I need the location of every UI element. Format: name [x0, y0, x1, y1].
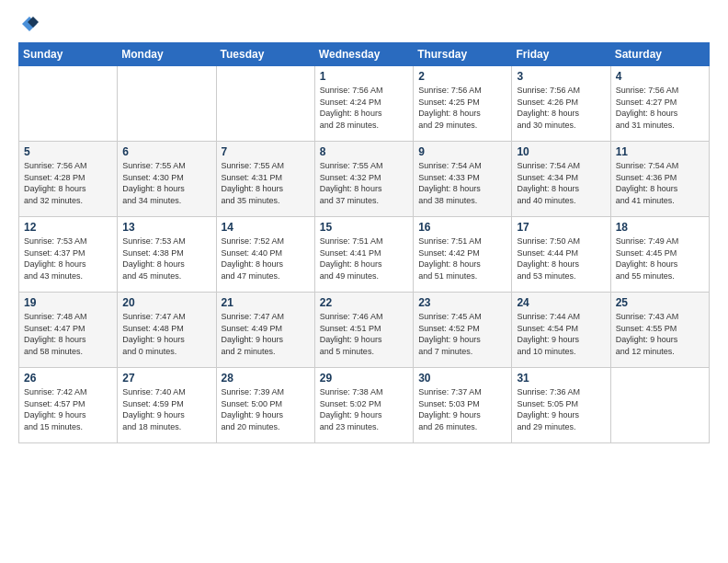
day-number: 23: [418, 296, 506, 309]
day-info: Sunrise: 7:47 AM Sunset: 4:49 PM Dayligh…: [222, 311, 310, 357]
day-number: 31: [517, 372, 605, 385]
calendar-cell: 20Sunrise: 7:47 AM Sunset: 4:48 PM Dayli…: [118, 293, 216, 368]
day-number: 1: [320, 70, 408, 83]
calendar-cell: 28Sunrise: 7:39 AM Sunset: 5:00 PM Dayli…: [216, 368, 314, 443]
day-number: 26: [24, 372, 112, 385]
calendar-cell: 22Sunrise: 7:46 AM Sunset: 4:51 PM Dayli…: [314, 293, 413, 368]
calendar-cell: 7Sunrise: 7:55 AM Sunset: 4:31 PM Daylig…: [216, 142, 314, 217]
calendar-cell: 1Sunrise: 7:56 AM Sunset: 4:24 PM Daylig…: [314, 66, 413, 142]
day-number: 18: [616, 221, 704, 234]
day-number: 8: [320, 145, 408, 158]
header-monday: Monday: [118, 43, 216, 66]
day-number: 29: [320, 372, 408, 385]
calendar-cell: [19, 66, 118, 142]
page: Sunday Monday Tuesday Wednesday Thursday…: [0, 0, 728, 563]
day-info: Sunrise: 7:55 AM Sunset: 4:31 PM Dayligh…: [222, 160, 310, 206]
day-number: 12: [24, 221, 112, 234]
header-saturday: Saturday: [610, 43, 709, 66]
day-info: Sunrise: 7:37 AM Sunset: 5:03 PM Dayligh…: [418, 386, 506, 432]
calendar-header-row: Sunday Monday Tuesday Wednesday Thursday…: [19, 43, 710, 66]
header-friday: Friday: [512, 43, 610, 66]
calendar-cell: 14Sunrise: 7:52 AM Sunset: 4:40 PM Dayli…: [216, 217, 314, 293]
calendar-cell: 26Sunrise: 7:42 AM Sunset: 4:57 PM Dayli…: [19, 368, 118, 443]
day-number: 25: [616, 296, 704, 309]
header-thursday: Thursday: [414, 43, 512, 66]
calendar-cell: 12Sunrise: 7:53 AM Sunset: 4:37 PM Dayli…: [19, 217, 118, 293]
day-info: Sunrise: 7:46 AM Sunset: 4:51 PM Dayligh…: [320, 311, 408, 357]
day-info: Sunrise: 7:42 AM Sunset: 4:57 PM Dayligh…: [24, 386, 112, 432]
day-info: Sunrise: 7:53 AM Sunset: 4:37 PM Dayligh…: [24, 236, 112, 282]
header: [18, 15, 710, 33]
day-number: 6: [122, 145, 210, 158]
day-number: 20: [122, 296, 210, 309]
calendar-cell: 18Sunrise: 7:49 AM Sunset: 4:45 PM Dayli…: [610, 217, 709, 293]
calendar-cell: 8Sunrise: 7:55 AM Sunset: 4:32 PM Daylig…: [314, 142, 413, 217]
day-info: Sunrise: 7:48 AM Sunset: 4:47 PM Dayligh…: [24, 311, 112, 357]
day-info: Sunrise: 7:51 AM Sunset: 4:42 PM Dayligh…: [418, 236, 506, 282]
day-number: 15: [320, 221, 408, 234]
day-info: Sunrise: 7:54 AM Sunset: 4:33 PM Dayligh…: [418, 160, 506, 206]
day-number: 11: [616, 145, 704, 158]
day-info: Sunrise: 7:56 AM Sunset: 4:26 PM Dayligh…: [517, 85, 605, 131]
day-number: 7: [222, 145, 310, 158]
calendar-cell: 6Sunrise: 7:55 AM Sunset: 4:30 PM Daylig…: [118, 142, 216, 217]
calendar-cell: 10Sunrise: 7:54 AM Sunset: 4:34 PM Dayli…: [512, 142, 610, 217]
day-number: 2: [418, 70, 506, 83]
day-info: Sunrise: 7:51 AM Sunset: 4:41 PM Dayligh…: [320, 236, 408, 282]
day-info: Sunrise: 7:55 AM Sunset: 4:30 PM Dayligh…: [122, 160, 210, 206]
day-info: Sunrise: 7:56 AM Sunset: 4:28 PM Dayligh…: [24, 160, 112, 206]
day-number: 4: [616, 70, 704, 83]
day-info: Sunrise: 7:43 AM Sunset: 4:55 PM Dayligh…: [616, 311, 704, 357]
day-info: Sunrise: 7:56 AM Sunset: 4:24 PM Dayligh…: [320, 85, 408, 131]
day-number: 27: [122, 372, 210, 385]
day-info: Sunrise: 7:44 AM Sunset: 4:54 PM Dayligh…: [517, 311, 605, 357]
day-info: Sunrise: 7:54 AM Sunset: 4:36 PM Dayligh…: [616, 160, 704, 206]
day-info: Sunrise: 7:53 AM Sunset: 4:38 PM Dayligh…: [122, 236, 210, 282]
day-number: 10: [517, 145, 605, 158]
day-number: 22: [320, 296, 408, 309]
calendar-cell: [610, 368, 709, 443]
day-number: 30: [418, 372, 506, 385]
day-info: Sunrise: 7:55 AM Sunset: 4:32 PM Dayligh…: [320, 160, 408, 206]
header-wednesday: Wednesday: [314, 43, 413, 66]
day-info: Sunrise: 7:54 AM Sunset: 4:34 PM Dayligh…: [517, 160, 605, 206]
day-info: Sunrise: 7:50 AM Sunset: 4:44 PM Dayligh…: [517, 236, 605, 282]
calendar-cell: 21Sunrise: 7:47 AM Sunset: 4:49 PM Dayli…: [216, 293, 314, 368]
day-number: 14: [222, 221, 310, 234]
day-number: 17: [517, 221, 605, 234]
calendar-cell: 31Sunrise: 7:36 AM Sunset: 5:05 PM Dayli…: [512, 368, 610, 443]
calendar-cell: 17Sunrise: 7:50 AM Sunset: 4:44 PM Dayli…: [512, 217, 610, 293]
calendar-cell: [216, 66, 314, 142]
calendar-cell: [118, 66, 216, 142]
day-info: Sunrise: 7:38 AM Sunset: 5:02 PM Dayligh…: [320, 386, 408, 432]
calendar-cell: 5Sunrise: 7:56 AM Sunset: 4:28 PM Daylig…: [19, 142, 118, 217]
calendar-cell: 25Sunrise: 7:43 AM Sunset: 4:55 PM Dayli…: [610, 293, 709, 368]
calendar-cell: 15Sunrise: 7:51 AM Sunset: 4:41 PM Dayli…: [314, 217, 413, 293]
calendar-cell: 19Sunrise: 7:48 AM Sunset: 4:47 PM Dayli…: [19, 293, 118, 368]
logo: [18, 15, 39, 33]
calendar-cell: 2Sunrise: 7:56 AM Sunset: 4:25 PM Daylig…: [414, 66, 512, 142]
day-info: Sunrise: 7:56 AM Sunset: 4:25 PM Dayligh…: [418, 85, 506, 131]
calendar-cell: 13Sunrise: 7:53 AM Sunset: 4:38 PM Dayli…: [118, 217, 216, 293]
day-number: 9: [418, 145, 506, 158]
day-number: 16: [418, 221, 506, 234]
day-info: Sunrise: 7:40 AM Sunset: 4:59 PM Dayligh…: [122, 386, 210, 432]
header-tuesday: Tuesday: [216, 43, 314, 66]
calendar-table: Sunday Monday Tuesday Wednesday Thursday…: [18, 42, 710, 443]
day-number: 28: [222, 372, 310, 385]
calendar-cell: 24Sunrise: 7:44 AM Sunset: 4:54 PM Dayli…: [512, 293, 610, 368]
day-info: Sunrise: 7:56 AM Sunset: 4:27 PM Dayligh…: [616, 85, 704, 131]
calendar-cell: 23Sunrise: 7:45 AM Sunset: 4:52 PM Dayli…: [414, 293, 512, 368]
calendar-cell: 27Sunrise: 7:40 AM Sunset: 4:59 PM Dayli…: [118, 368, 216, 443]
header-sunday: Sunday: [19, 43, 118, 66]
day-number: 24: [517, 296, 605, 309]
day-number: 19: [24, 296, 112, 309]
calendar-cell: 3Sunrise: 7:56 AM Sunset: 4:26 PM Daylig…: [512, 66, 610, 142]
day-info: Sunrise: 7:49 AM Sunset: 4:45 PM Dayligh…: [616, 236, 704, 282]
calendar-cell: 9Sunrise: 7:54 AM Sunset: 4:33 PM Daylig…: [414, 142, 512, 217]
day-number: 5: [24, 145, 112, 158]
day-info: Sunrise: 7:39 AM Sunset: 5:00 PM Dayligh…: [222, 386, 310, 432]
day-info: Sunrise: 7:36 AM Sunset: 5:05 PM Dayligh…: [517, 386, 605, 432]
logo-icon: [20, 15, 39, 33]
calendar-cell: 11Sunrise: 7:54 AM Sunset: 4:36 PM Dayli…: [610, 142, 709, 217]
